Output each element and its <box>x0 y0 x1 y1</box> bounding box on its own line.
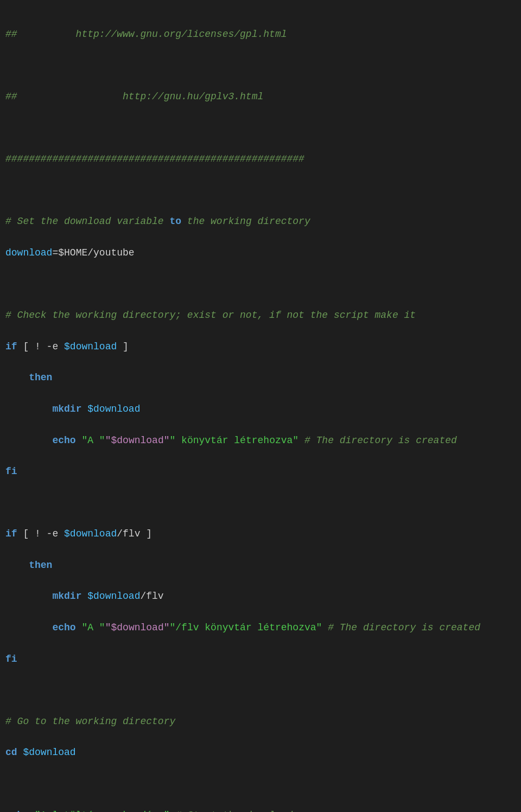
line-14: echo "A ""$download"" könyvtár létrehozv… <box>5 433 516 449</box>
line-1: ## http://www.gnu.org/licenses/gpl.html <box>5 27 516 42</box>
line-13: mkdir $download <box>5 401 516 417</box>
line-26: echo "A letöltés megkezdése" # Start the… <box>5 808 516 812</box>
line-blank <box>5 495 516 511</box>
line-blank <box>5 120 516 136</box>
line-12: then <box>5 370 516 386</box>
line-20: echo "A ""$download""/flv könyvtár létre… <box>5 620 516 636</box>
line-24: cd $download <box>5 745 516 760</box>
line-19: mkdir $download/flv <box>5 589 516 604</box>
line-blank <box>5 776 516 792</box>
line-3: ## http://gnu.hu/gplv3.html <box>5 89 516 105</box>
line-11: if [ ! -e $download ] <box>5 339 516 355</box>
line-17: if [ ! -e $download/flv ] <box>5 526 516 542</box>
line-10: # Check the working directory; exist or … <box>5 308 516 323</box>
line-23: # Go to the working directory <box>5 714 516 730</box>
line-21: fi <box>5 651 516 667</box>
line-blank <box>5 682 516 698</box>
line-7: # Set the download variable to the worki… <box>5 214 516 229</box>
line-8: download=$HOME/youtube <box>5 245 516 261</box>
line-blank <box>5 277 516 292</box>
line-5: ########################################… <box>5 151 516 167</box>
line-15: fi <box>5 464 516 479</box>
line-blank <box>5 183 516 199</box>
line-blank <box>5 57 516 73</box>
line-18: then <box>5 558 516 573</box>
code-display: ## http://www.gnu.org/licenses/gpl.html … <box>5 11 516 812</box>
